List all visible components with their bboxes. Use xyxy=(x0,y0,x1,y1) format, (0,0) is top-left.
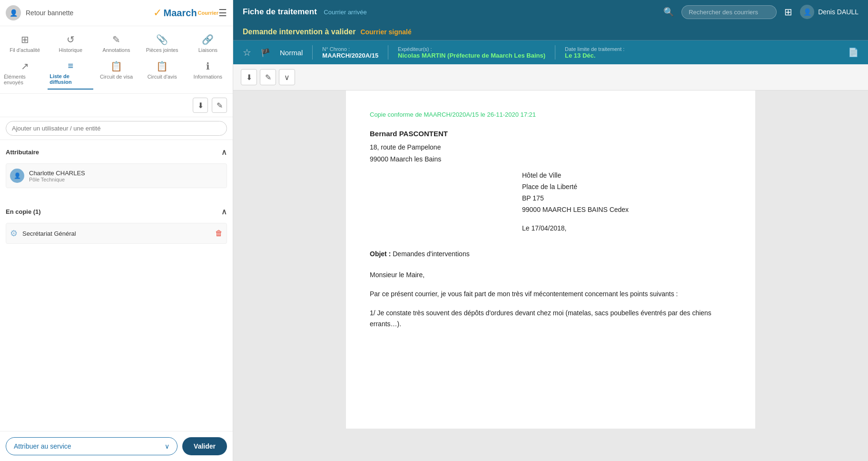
expediteur-value: Nicolas MARTIN (Préfecture de Maarch Les… xyxy=(398,52,545,59)
entity-name: Secrétariat Général xyxy=(22,230,76,237)
sender-name: Bernard PASCONTENT xyxy=(370,128,731,140)
search-bar xyxy=(0,117,233,140)
letter-date: Le 17/04/2018, xyxy=(522,224,566,232)
attributaire-content: 👤 Charlotte CHARLES Pôle Technique xyxy=(6,160,227,195)
nav-item-elements[interactable]: ↗ Éléments envoyés xyxy=(2,57,48,90)
en-copie-section: En copie (1) ∧ ⚙ Secrétariat Général 🗑 xyxy=(0,200,233,255)
recipient-line2: Place de la Liberté xyxy=(522,181,731,193)
user-header: 👤 Denis DAULL xyxy=(800,5,858,19)
grid-icon[interactable]: ⊞ xyxy=(784,6,792,18)
nav-label-avis: Circuit d'avis xyxy=(148,74,177,80)
assign-label: Attribuer au service xyxy=(14,442,71,450)
search-courrier-input[interactable] xyxy=(681,5,777,19)
sender-address-line1: 18, route de Pampelone xyxy=(370,142,731,153)
nav-item-pieces[interactable]: 📎 Pièces jointes xyxy=(139,30,185,57)
recipient-block: Hôtel de Ville Place de la Liberté BP 17… xyxy=(522,170,731,215)
user-avatar: 👤 xyxy=(10,169,24,183)
priority-text: Normal xyxy=(280,49,303,57)
nav-label-fil: Fil d'actualité xyxy=(10,47,40,53)
user-header-name: Denis DAULL xyxy=(818,8,858,16)
body-text-2: 1/ Je constate très souvent des dépôts d… xyxy=(370,308,731,331)
delete-entity-button[interactable]: 🗑 xyxy=(215,229,223,238)
nav-item-visa[interactable]: 📋 Circuit de visa xyxy=(93,57,139,90)
retour-link[interactable]: Retour bannette xyxy=(26,9,153,17)
courrier-badge: Courrier arrivée xyxy=(324,9,366,16)
salutation: Monsieur le Maire, xyxy=(370,270,731,281)
liste-icon: ≡ xyxy=(68,60,73,71)
attributaire-user-card: 👤 Charlotte CHARLES Pôle Technique xyxy=(6,163,227,188)
entity-card: ⚙ Secrétariat Général 🗑 xyxy=(6,223,227,244)
doc-download-button[interactable]: ⬇ xyxy=(241,69,257,85)
validate-label: Valider xyxy=(194,442,216,450)
nav-item-fil[interactable]: ⊞ Fil d'actualité xyxy=(2,30,48,57)
expediteur-label: Expéditeur(s) : xyxy=(398,46,545,52)
user-info: Charlotte CHARLES Pôle Technique xyxy=(29,170,85,182)
validate-button[interactable]: Valider xyxy=(182,437,227,455)
recipient-line4: 99000 MAARCH LES BAINS Cedex xyxy=(522,204,731,216)
logo-sub: Courrier xyxy=(198,10,218,16)
top-bar: 👤 Retour bannette ✓ Maarch Courrier ☰ xyxy=(0,0,233,26)
logo-check-icon: ✓ xyxy=(153,7,162,19)
nav-item-liaisons[interactable]: 🔗 Liaisons xyxy=(185,30,231,57)
sender-address-line2: 99000 Maarch les Bains xyxy=(370,154,731,165)
en-copie-content: ⚙ Secrétariat Général 🗑 xyxy=(6,219,227,251)
fil-icon: ⊞ xyxy=(21,34,29,45)
date-limit-label: Date limite de traitement : xyxy=(565,46,624,52)
chrono-label: N° Chrono : xyxy=(322,46,378,52)
search-icon: 🔍 xyxy=(663,7,674,17)
nav-label-pieces: Pièces jointes xyxy=(146,47,178,53)
nav-item-informations[interactable]: ℹ Informations xyxy=(185,57,231,90)
download-button[interactable]: ⬇ xyxy=(193,98,208,113)
search-input[interactable] xyxy=(6,121,227,136)
nav-label-elements: Éléments envoyés xyxy=(4,74,46,85)
attributaire-chevron[interactable]: ∧ xyxy=(221,148,227,157)
body-text-1: Par ce présent courrier, je vous fait pa… xyxy=(370,289,731,300)
doc-icon[interactable]: 📄 xyxy=(848,47,858,58)
right-header-right: 🔍 ⊞ 👤 Denis DAULL xyxy=(663,5,858,19)
document-area: ⬇ ✎ ∨ Copie conforme de MAARCH/2020A/15 … xyxy=(233,64,868,461)
nav-label-annotations: Annotations xyxy=(102,47,130,53)
assign-button[interactable]: Attribuer au service ∨ xyxy=(6,437,178,455)
edit-button[interactable]: ✎ xyxy=(212,98,227,113)
entity-left: ⚙ Secrétariat Général xyxy=(10,228,76,239)
nav-item-annotations[interactable]: ✎ Annotations xyxy=(93,30,139,57)
liaisons-icon: 🔗 xyxy=(202,34,214,45)
nav-label-informations: Informations xyxy=(194,74,223,80)
flag-icon[interactable]: 🏴 xyxy=(261,48,270,57)
nav-label-liaisons: Liaisons xyxy=(198,47,217,53)
divider-2 xyxy=(388,45,388,60)
historique-icon: ↺ xyxy=(67,34,75,45)
copy-notice: Copie conforme de MAARCH/2020A/15 le 26-… xyxy=(370,110,731,120)
action-icons: ⬇ ✎ xyxy=(0,94,233,117)
objet-line: Objet : Demandes d'interventions xyxy=(370,249,731,260)
nav-item-liste[interactable]: ≡ Liste de diffusion xyxy=(48,57,93,90)
doc-toolbar: ⬇ ✎ ∨ xyxy=(233,64,868,90)
elements-icon: ↗ xyxy=(21,60,29,72)
recipient-line3: BP 175 xyxy=(522,193,731,204)
expediteur-group: Expéditeur(s) : Nicolas MARTIN (Préfectu… xyxy=(398,46,545,59)
date-limit-group: Date limite de traitement : Le 13 Déc. xyxy=(565,46,624,59)
bottom-actions: Attribuer au service ∨ Valider xyxy=(0,431,233,461)
doc-more-button[interactable]: ∨ xyxy=(279,69,295,85)
right-panel: Fiche de traitement Courrier arrivée 🔍 ⊞… xyxy=(233,0,868,461)
fiche-title: Fiche de traitement xyxy=(243,7,317,16)
nav-item-avis[interactable]: 📋 Circuit d'avis xyxy=(139,57,185,90)
menu-icon[interactable]: ☰ xyxy=(218,7,227,19)
info-bar: ☆ 🏴 Normal N° Chrono : MAARCH/2020A/15 E… xyxy=(233,40,868,64)
nav-item-historique[interactable]: ↺ Historique xyxy=(48,30,93,57)
star-icon[interactable]: ☆ xyxy=(243,47,251,58)
avatar: 👤 xyxy=(6,5,21,20)
nav-label-visa: Circuit de visa xyxy=(100,74,133,80)
en-copie-chevron[interactable]: ∧ xyxy=(221,207,227,216)
attributaire-label: Attributaire xyxy=(6,149,39,156)
divider-3 xyxy=(555,45,555,60)
objet-label: Objet : xyxy=(370,250,391,258)
nav-label-liste: Liste de diffusion xyxy=(49,73,91,85)
chrono-group: N° Chrono : MAARCH/2020A/15 xyxy=(322,46,378,59)
recipient-line1: Hôtel de Ville xyxy=(522,170,731,181)
nav-label-historique: Historique xyxy=(59,47,83,53)
avis-icon: 📋 xyxy=(156,60,168,72)
doc-edit-button[interactable]: ✎ xyxy=(260,69,276,85)
annotations-icon: ✎ xyxy=(112,34,120,45)
en-copie-label: En copie (1) xyxy=(6,208,41,215)
